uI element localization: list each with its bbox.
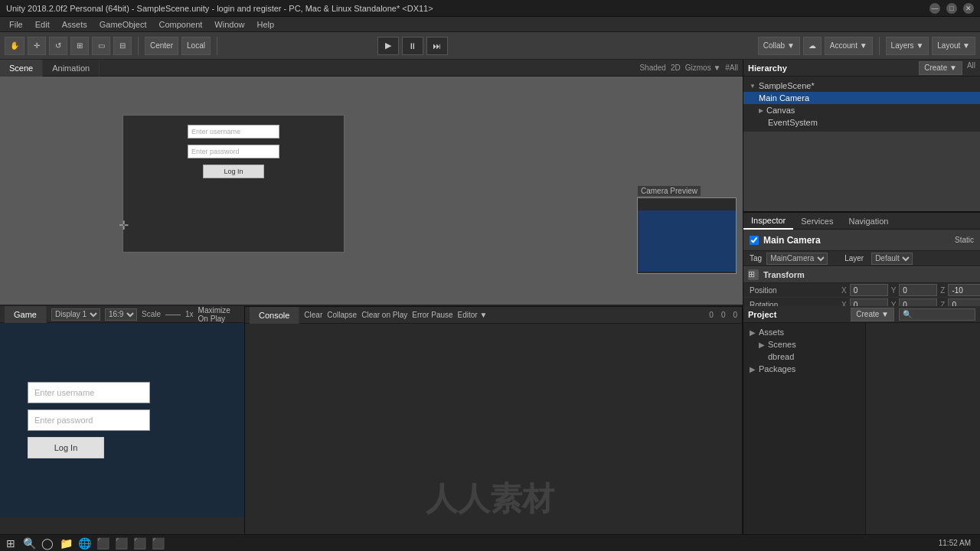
ratio-select[interactable]: 16:9	[105, 308, 137, 321]
scale-number: 1x	[185, 310, 194, 318]
rotate-tool-button[interactable]: ↺	[49, 37, 67, 55]
title-text: Unity 2018.2.0f2 Personal (64bit) - Samp…	[6, 4, 433, 13]
scenes-arrow: ▶	[759, 341, 765, 349]
play-button[interactable]: ▶	[377, 37, 399, 55]
project-create-btn[interactable]: Create ▼	[851, 308, 894, 321]
hand-tool-button[interactable]: ✋	[5, 37, 24, 55]
tree-item-assets[interactable]: ▶ Assets	[743, 326, 865, 338]
scene-cursor: ✛	[119, 218, 129, 233]
hierarchy-all-btn[interactable]: All	[967, 61, 975, 75]
transform-component-header[interactable]: ⊞ Transform	[743, 266, 980, 283]
menu-assets[interactable]: Assets	[56, 17, 93, 32]
tree-item-dbread[interactable]: dbread	[743, 350, 865, 363]
2d-button[interactable]: 2D	[671, 64, 681, 72]
close-button[interactable]: ✕	[963, 3, 974, 14]
hierarchy-item-eventsystem[interactable]: EventSystem	[743, 116, 980, 129]
scene-password-placeholder: Enter password	[191, 148, 240, 155]
rotation-x[interactable]	[850, 298, 888, 306]
taskbar-search-icon[interactable]: 🔍	[21, 536, 37, 551]
tab-animation[interactable]: Animation	[43, 60, 100, 77]
game-username-field[interactable]: Enter username	[28, 382, 150, 403]
game-login-button[interactable]: Log In	[28, 437, 104, 458]
layout-button[interactable]: Layout ▼	[932, 37, 975, 55]
console-editor-btn[interactable]: Editor ▼	[458, 311, 488, 319]
scene-login-button[interactable]: Log In	[203, 165, 264, 178]
collab-button[interactable]: Collab ▼	[758, 37, 800, 55]
window-controls: — □ ✕	[929, 3, 974, 14]
maximize-on-play-btn[interactable]: Maximize On Play	[198, 306, 240, 323]
hierarchy-item-samplescene[interactable]: ▼ SampleScene*	[743, 80, 980, 92]
tab-navigation[interactable]: Navigation	[841, 213, 896, 230]
object-active-checkbox[interactable]	[750, 236, 759, 245]
taskbar-app3-icon[interactable]: ⬛	[132, 536, 147, 551]
titlebar: Unity 2018.2.0f2 Personal (64bit) - Samp…	[0, 0, 980, 17]
console-toolbar: Console Clear Collapse Clear on Play Err…	[245, 307, 742, 324]
scene-all-label: #All	[725, 64, 738, 72]
menu-component[interactable]: Component	[152, 17, 208, 32]
transform-tool-button[interactable]: ⊟	[113, 37, 132, 55]
hierarchy-create-btn[interactable]: Create ▼	[919, 61, 962, 75]
position-x[interactable]	[850, 284, 888, 296]
move-tool-button[interactable]: ✛	[28, 37, 46, 55]
step-button[interactable]: ⏭	[426, 37, 448, 55]
layer-select[interactable]: Default	[871, 253, 913, 265]
scale-label: Scale	[142, 310, 161, 318]
local-button[interactable]: Local	[181, 37, 211, 55]
console-clear-play-btn[interactable]: Clear on Play	[361, 311, 407, 319]
layers-button[interactable]: Layers ▼	[886, 37, 929, 55]
cloud-button[interactable]: ☁	[803, 37, 822, 55]
scene-password-field: Enter password	[188, 145, 279, 158]
taskbar-app2-icon[interactable]: ⬛	[113, 536, 129, 551]
tree-item-packages[interactable]: ▶ Packages	[743, 363, 865, 375]
menu-file[interactable]: File	[3, 17, 29, 32]
console-collapse-btn[interactable]: Collapse	[327, 311, 357, 319]
canvas-arrow: ▶	[759, 107, 763, 114]
pause-button[interactable]: ⏸	[402, 37, 423, 55]
maximize-button[interactable]: □	[946, 3, 957, 14]
static-label: Static	[955, 236, 974, 244]
tab-console[interactable]: Console	[250, 307, 299, 324]
tab-inspector[interactable]: Inspector	[743, 213, 793, 230]
rotation-z[interactable]	[948, 298, 980, 306]
hierarchy-item-maincamera[interactable]: Main Camera	[743, 92, 980, 104]
tab-scene[interactable]: Scene	[0, 60, 43, 77]
scene-viewport[interactable]: Enter username Enter password Log In ✛ C…	[0, 77, 743, 305]
minimize-button[interactable]: —	[929, 3, 940, 14]
taskbar-folder-icon[interactable]: 📁	[58, 536, 74, 551]
taskbar-start-icon[interactable]: ⊞	[3, 536, 18, 551]
taskbar-app1-icon[interactable]: ⬛	[95, 536, 110, 551]
display-select[interactable]: Display 1	[51, 308, 100, 321]
taskbar-cortana-icon[interactable]: ◯	[40, 536, 55, 551]
position-row: Position X Y Z	[743, 283, 980, 298]
menu-edit[interactable]: Edit	[29, 17, 56, 32]
scale-tool-button[interactable]: ⊞	[70, 37, 89, 55]
shaded-label[interactable]: Shaded	[639, 64, 665, 72]
menu-window[interactable]: Window	[208, 17, 250, 32]
menu-gameobject[interactable]: GameObject	[93, 17, 153, 32]
console-error-pause-btn[interactable]: Error Pause	[412, 311, 452, 319]
console-error-count: 0	[733, 311, 737, 319]
game-viewport: Enter username Enter password Log In	[0, 323, 244, 517]
game-password-field[interactable]: Enter password	[28, 409, 150, 431]
menu-help[interactable]: Help	[250, 17, 280, 32]
tag-select[interactable]: MainCamera	[766, 253, 828, 265]
project-search-input[interactable]	[899, 308, 975, 321]
account-button[interactable]: Account ▼	[825, 37, 873, 55]
center-button[interactable]: Center	[145, 37, 178, 55]
position-value: X Y Z	[841, 284, 980, 296]
tab-game[interactable]: Game	[5, 306, 47, 323]
scene-gizmos-btn[interactable]: Gizmos ▼	[685, 64, 721, 72]
hierarchy-item-canvas[interactable]: ▶ Canvas	[743, 104, 980, 116]
position-y[interactable]	[899, 284, 937, 296]
console-clear-btn[interactable]: Clear	[304, 311, 322, 319]
console-warn-count: 0	[721, 311, 726, 319]
taskbar-unity-icon[interactable]: ⬛	[150, 536, 165, 551]
rotation-y[interactable]	[899, 298, 937, 306]
taskbar-browser-icon[interactable]: 🌐	[77, 536, 92, 551]
tab-services[interactable]: Services	[793, 213, 841, 230]
rect-tool-button[interactable]: ▭	[92, 37, 110, 55]
inspector-object-name: Main Camera	[763, 235, 821, 246]
game-username-placeholder: Enter username	[34, 388, 94, 397]
tree-item-scenes[interactable]: ▶ Scenes	[743, 338, 865, 350]
position-z[interactable]	[948, 284, 980, 296]
